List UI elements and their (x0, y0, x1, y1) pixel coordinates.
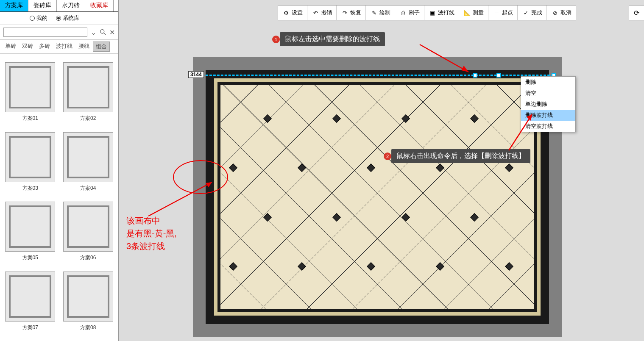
tab-favorites[interactable]: 收藏库 (85, 0, 114, 11)
tile-item[interactable]: 方案05 (4, 202, 56, 264)
tile-item[interactable]: 方案03 (4, 132, 56, 194)
svg-marker-7 (527, 114, 532, 121)
ctx-clear[interactable]: 清空 (521, 88, 575, 99)
btn-borderline[interactable]: ▣波打线 (424, 6, 459, 20)
tab-waterjet[interactable]: 水刀砖 (57, 0, 85, 11)
filter-multi[interactable]: 多砖 (36, 42, 53, 52)
btn-redo[interactable]: ↷恢复 (337, 6, 366, 20)
radio-system[interactable]: 系统库 (56, 14, 79, 22)
arrow-red-1 (144, 178, 220, 220)
redo-icon: ↷ (341, 9, 348, 17)
tile-item[interactable]: 方案07 (4, 272, 56, 334)
clear-icon[interactable]: ✕ (109, 28, 115, 36)
btn-done[interactable]: ✓完成 (518, 6, 547, 20)
btn-brush[interactable]: ⎙刷子 (395, 6, 424, 20)
cancel-icon: ⊘ (551, 9, 559, 17)
main-toolbar: ⚙设置 ↶撤销 ↷恢复 ✎绘制 ⎙刷子 ▣波打线 📐测量 ⊢起点 ✓完成 ⊘取消 (278, 5, 576, 20)
refresh-icon: ⟳ (634, 9, 639, 17)
filter-border[interactable]: 波打线 (53, 42, 75, 52)
start-icon: ⊢ (493, 9, 500, 17)
badge-1: 1 (272, 36, 280, 43)
callout-1: 1 鼠标左击选中需要删除的波打线 (280, 32, 385, 46)
badge-2: 2 (384, 152, 391, 160)
svg-line-2 (148, 182, 212, 216)
search-input[interactable] (3, 28, 87, 37)
gear-icon: ⚙ (282, 9, 290, 17)
svg-line-1 (104, 33, 106, 35)
dimension-label: 3144 (188, 71, 204, 78)
tile-item[interactable]: 方案01 (4, 62, 56, 125)
source-radios: 我的 系统库 (0, 12, 118, 25)
selection-line[interactable] (202, 75, 554, 76)
btn-cancel[interactable]: ⊘取消 (547, 6, 576, 20)
svg-line-6 (509, 114, 532, 150)
btn-settings[interactable]: ⚙设置 (278, 6, 307, 20)
btn-start[interactable]: ⊢起点 (488, 6, 518, 20)
tile-grid: 方案01 方案02 方案03 方案04 方案05 方案06 方案07 方案08 (0, 54, 118, 341)
design-canvas[interactable] (193, 57, 562, 337)
sidebar: 方案库 瓷砖库 水刀砖 收藏库 我的 系统库 ⌄ ✕ 单砖 双砖 多砖 波打线 … (0, 0, 119, 341)
tile-area (220, 85, 534, 309)
ruler-icon: 📐 (463, 9, 471, 17)
border-icon: ▣ (429, 9, 436, 17)
arrow-red-3 (505, 110, 538, 152)
tile-item[interactable]: 方案06 (62, 202, 114, 264)
tile-item[interactable]: 方案04 (62, 132, 114, 194)
radio-mine[interactable]: 我的 (30, 14, 47, 22)
svg-point-0 (100, 30, 104, 33)
svg-line-4 (420, 44, 468, 72)
filter-double[interactable]: 双砖 (20, 42, 36, 52)
selection-handle[interactable] (496, 73, 501, 78)
library-tabs: 方案库 瓷砖库 水刀砖 收藏库 (0, 0, 118, 12)
pencil-icon: ✎ (370, 9, 378, 17)
search-icon[interactable] (99, 28, 107, 36)
tile-item[interactable]: 方案02 (62, 62, 114, 125)
btn-measure[interactable]: 📐测量 (459, 6, 488, 20)
btn-refresh[interactable]: ⟳ (629, 5, 644, 20)
ctx-delete-side[interactable]: 单边删除 (521, 99, 575, 110)
tab-plan-lib[interactable]: 方案库 (0, 0, 28, 11)
check-icon: ✓ (522, 9, 530, 17)
undo-icon: ↶ (312, 9, 319, 17)
tile-item[interactable]: 方案08 (62, 272, 114, 334)
filter-single[interactable]: 单砖 (3, 42, 19, 52)
search-dropdown-icon[interactable]: ⌄ (90, 28, 97, 36)
brush-icon: ⎙ (399, 9, 407, 17)
tab-tile-lib[interactable]: 瓷砖库 (28, 0, 57, 11)
btn-undo[interactable]: ↶撤销 (307, 6, 337, 20)
svg-marker-5 (461, 66, 468, 72)
ctx-delete[interactable]: 删除 (521, 77, 575, 88)
filter-waist[interactable]: 腰线 (76, 42, 92, 52)
filter-tabs: 单砖 双砖 多砖 波打线 腰线 组合 (0, 40, 118, 54)
arrow-red-2 (415, 42, 475, 76)
btn-draw[interactable]: ✎绘制 (366, 6, 395, 20)
search-row: ⌄ ✕ (0, 25, 118, 40)
filter-combo[interactable]: 组合 (93, 42, 110, 52)
